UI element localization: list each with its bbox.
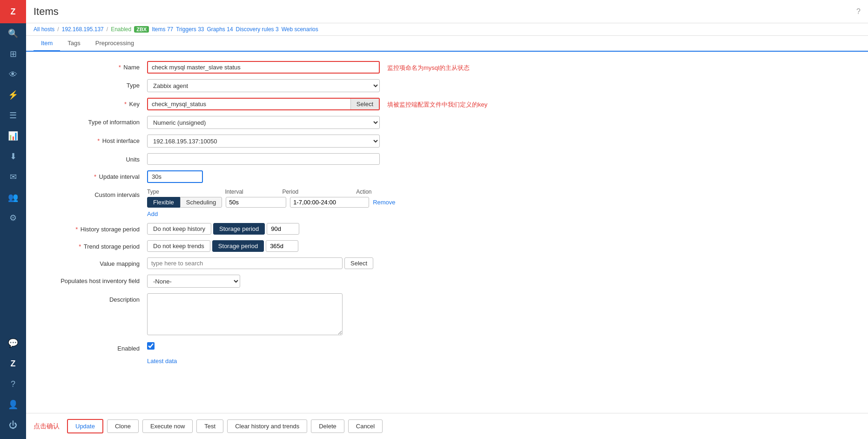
populates-row: Populates host inventory field -None-: [45, 275, 849, 288]
value-mapping-label: Value mapping: [45, 257, 147, 267]
history-storage-label: * History storage period: [45, 223, 147, 233]
units-input[interactable]: [147, 153, 380, 165]
sidebar-item-search[interactable]: 🔍: [0, 23, 26, 44]
add-row: Add: [147, 210, 389, 217]
key-label: * Key: [45, 98, 147, 108]
tabs: Item Tags Preprocessing: [26, 36, 868, 52]
enabled-checkbox[interactable]: [147, 342, 155, 350]
cancel-button[interactable]: Cancel: [348, 419, 383, 433]
sidebar-item-dashboard[interactable]: ⊞: [0, 44, 26, 64]
key-select-button[interactable]: Select: [350, 99, 379, 109]
remove-link[interactable]: Remove: [373, 199, 395, 206]
breadcrumb-ip[interactable]: 192.168.195.137: [62, 26, 104, 33]
populates-control: -None-: [147, 275, 380, 288]
update-interval-row: * Update interval: [45, 170, 849, 183]
delete-button[interactable]: Delete: [311, 419, 344, 433]
sidebar-item-logout[interactable]: ⏻: [0, 415, 26, 435]
trend-storage-label: * Trend storage period: [45, 240, 147, 250]
history-value-input[interactable]: [267, 223, 299, 235]
key-control: Select: [147, 98, 380, 110]
value-mapping-control: Select: [147, 257, 373, 269]
sidebar-item-support[interactable]: 💬: [0, 333, 26, 353]
sidebar: Z 🔍 ⊞ 👁 ⚡ ☰ 📊 ⬇ ✉ 👥 ⚙ 💬 Z ? 👤 ⏻: [0, 0, 26, 439]
type-select[interactable]: Zabbix agent: [147, 79, 380, 92]
breadcrumb-items[interactable]: Items 77: [152, 26, 173, 33]
name-control: [147, 61, 380, 74]
breadcrumb-graphs[interactable]: Graphs 14: [207, 26, 233, 33]
latest-data-link[interactable]: Latest data: [147, 358, 177, 365]
execute-now-button[interactable]: Execute now: [142, 419, 193, 433]
update-interval-input[interactable]: [147, 170, 203, 183]
scheduling-button[interactable]: Scheduling: [180, 197, 222, 208]
topbar: Items ?: [26, 0, 868, 23]
custom-intervals-control: Type Interval Period Action Flexible Sch…: [147, 189, 389, 217]
add-link[interactable]: Add: [147, 210, 158, 217]
test-button[interactable]: Test: [196, 419, 223, 433]
description-textarea[interactable]: [147, 293, 343, 335]
sidebar-item-help[interactable]: ?: [0, 374, 26, 394]
breadcrumb-discovery[interactable]: Discovery rules 3: [236, 26, 279, 33]
type-info-control: Numeric (unsigned): [147, 116, 380, 129]
type-info-row: Type of information Numeric (unsigned): [45, 116, 849, 129]
update-button[interactable]: Update: [67, 419, 103, 433]
history-storage-row: * History storage period Do not keep his…: [45, 223, 849, 235]
host-interface-select[interactable]: 192.168.195.137:10050: [147, 135, 380, 148]
sidebar-item-settings[interactable]: ⚙: [0, 208, 26, 228]
sidebar-item-alerts[interactable]: ✉: [0, 167, 26, 187]
custom-intervals-row: Custom intervals Type Interval Period Ac…: [45, 189, 849, 217]
sidebar-item-users[interactable]: 👥: [0, 187, 26, 208]
description-row: Description: [45, 293, 849, 337]
tab-item[interactable]: Item: [34, 36, 60, 52]
key-input[interactable]: [148, 99, 350, 109]
type-info-label: Type of information: [45, 116, 147, 126]
main-content: Items ? All hosts / 192.168.195.137 / En…: [26, 0, 868, 439]
trend-storage-period-button[interactable]: Storage period: [212, 240, 264, 252]
update-interval-control: [147, 170, 203, 183]
intervals-header: Type Interval Period Action: [147, 189, 389, 195]
custom-intervals-label: Custom intervals: [45, 189, 147, 198]
host-interface-label: * Host interface: [45, 135, 147, 144]
sidebar-item-reports[interactable]: 📊: [0, 126, 26, 146]
history-storage-period-button[interactable]: Storage period: [213, 223, 265, 235]
sidebar-item-profile[interactable]: 👤: [0, 394, 26, 415]
do-not-keep-trends-button[interactable]: Do not keep trends: [147, 240, 210, 252]
value-mapping-input[interactable]: [147, 257, 343, 269]
name-input[interactable]: [147, 61, 380, 74]
units-row: Units: [45, 153, 849, 165]
breadcrumb-all-hosts[interactable]: All hosts: [34, 26, 54, 33]
type-info-select[interactable]: Numeric (unsigned): [147, 116, 380, 129]
value-mapping-select-button[interactable]: Select: [344, 257, 373, 269]
description-label: Description: [45, 293, 147, 303]
sidebar-item-network[interactable]: ⚡: [0, 85, 26, 105]
bottom-bar: 点击确认 Update Clone Execute now Test Clear…: [26, 413, 868, 439]
host-interface-control: 192.168.195.137:10050: [147, 135, 380, 148]
form-area: * Name 监控项命名为mysql的主从状态 Type Zabbix agen…: [26, 52, 868, 413]
sidebar-item-monitoring[interactable]: 👁: [0, 64, 26, 85]
clear-history-button[interactable]: Clear history and trends: [227, 419, 307, 433]
trend-value-input[interactable]: [266, 240, 298, 252]
trend-storage-row: * Trend storage period Do not keep trend…: [45, 240, 849, 252]
breadcrumb-web[interactable]: Web scenarios: [282, 26, 318, 33]
interval-input[interactable]: [226, 197, 286, 208]
do-not-keep-history-button[interactable]: Do not keep history: [147, 223, 211, 235]
breadcrumb-triggers[interactable]: Triggers 33: [176, 26, 204, 33]
sidebar-item-zabbix[interactable]: Z: [0, 353, 26, 374]
tab-preprocessing[interactable]: Preprocessing: [88, 36, 141, 52]
enabled-control: [147, 342, 155, 351]
sidebar-logo[interactable]: Z: [0, 0, 26, 23]
period-input[interactable]: [290, 197, 369, 208]
sidebar-item-download[interactable]: ⬇: [0, 146, 26, 167]
tab-tags[interactable]: Tags: [60, 36, 87, 52]
trend-storage-control: Do not keep trends Storage period: [147, 240, 298, 252]
name-annotation: 监控项命名为mysql的主从状态: [387, 61, 470, 72]
help-icon[interactable]: ?: [856, 7, 861, 16]
breadcrumb-zbx-badge[interactable]: ZBX: [134, 26, 149, 33]
type-control: Zabbix agent: [147, 79, 380, 92]
sidebar-item-inventory[interactable]: ☰: [0, 105, 26, 126]
breadcrumb-enabled: Enabled: [111, 26, 131, 33]
populates-select[interactable]: -None-: [147, 275, 240, 288]
btn-annotation: 点击确认: [34, 422, 60, 431]
clone-button[interactable]: Clone: [107, 419, 139, 433]
history-storage-control: Do not keep history Storage period: [147, 223, 299, 235]
flexible-button[interactable]: Flexible: [147, 197, 180, 208]
